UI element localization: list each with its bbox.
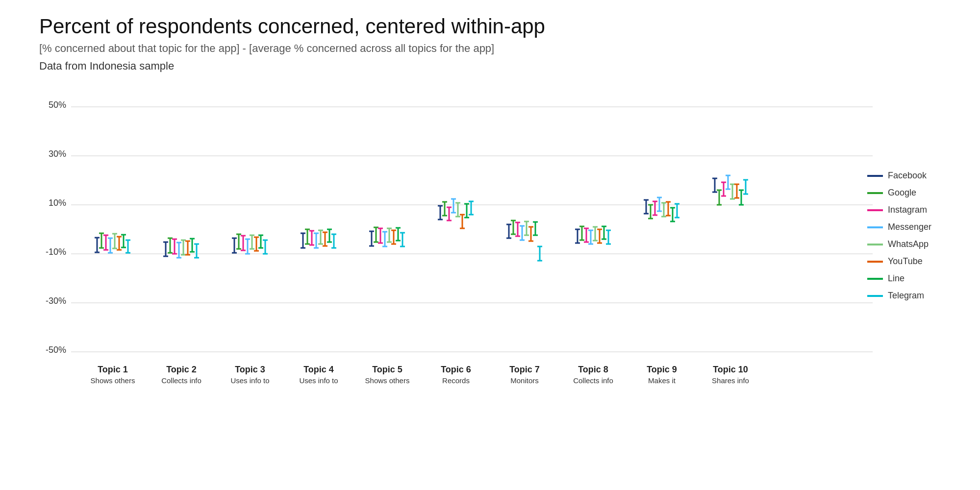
t7-instagram	[515, 222, 520, 236]
t2-instagram	[172, 239, 177, 254]
t8-desc1: Collects info	[573, 376, 613, 385]
t5-facebook	[369, 231, 374, 246]
legend-instagram-label: Instagram	[888, 205, 927, 215]
t10-line	[739, 190, 744, 205]
chart-container: Percent of respondents concerned, center…	[0, 0, 980, 490]
t8-youtube	[597, 229, 602, 243]
t6-youtube	[460, 215, 465, 228]
t2-telegram	[194, 244, 199, 258]
t5-desc1: Shows others	[365, 376, 410, 385]
t10-facebook	[712, 178, 717, 192]
t3-facebook	[232, 238, 237, 253]
t10-instagram	[721, 182, 726, 196]
t3-telegram	[263, 240, 268, 254]
t9-instagram	[653, 201, 657, 215]
t1-telegram	[126, 240, 130, 253]
t9-line	[670, 208, 675, 221]
x-topic7-label: Topic 7	[509, 365, 540, 374]
t8-messenger	[588, 230, 593, 244]
y-label-30: 30%	[49, 149, 66, 159]
t1-messenger	[108, 238, 113, 253]
y-label-neg50: -50%	[46, 345, 66, 355]
legend-whatsapp: WhatsApp	[867, 239, 955, 249]
t9-telegram	[675, 204, 679, 218]
t3-line	[258, 235, 263, 248]
legend-messenger-line	[867, 226, 883, 228]
legend-google: Google	[867, 188, 955, 198]
t1-youtube	[117, 237, 122, 250]
t4-desc1: Uses info to	[299, 376, 338, 385]
t10-messenger	[726, 175, 730, 189]
t1-desc2: if you're	[100, 385, 126, 386]
t8-desc2: about your	[576, 385, 611, 386]
t8-google	[579, 226, 584, 240]
t10-google	[717, 190, 722, 205]
y-label-50: 50%	[49, 100, 66, 110]
t3-google	[236, 234, 241, 249]
t2-facebook	[163, 242, 168, 256]
t2-google	[168, 238, 173, 253]
legend-instagram: Instagram	[867, 205, 955, 215]
t2-desc1: Collects info	[161, 376, 201, 385]
t10-youtube	[734, 184, 739, 198]
t7-youtube	[528, 227, 533, 241]
t7-desc1: Monitors	[510, 376, 539, 385]
legend-line-line	[867, 278, 883, 280]
t8-telegram	[606, 230, 611, 244]
legend-instagram-line	[867, 209, 883, 211]
legend-google-label: Google	[888, 188, 916, 198]
t4-telegram	[331, 234, 336, 248]
legend-line: Line	[867, 273, 955, 284]
y-label-neg30: -30%	[46, 296, 66, 306]
legend-telegram-label: Telegram	[888, 291, 924, 301]
x-topic10-label: Topic 10	[713, 365, 748, 374]
t10-telegram	[743, 180, 748, 194]
t6-desc2: your offline	[438, 385, 474, 386]
t8-line	[602, 226, 606, 239]
t6-desc1: Records	[442, 376, 470, 385]
t5-line	[396, 228, 401, 241]
t3-desc1: Uses info to	[230, 376, 269, 385]
t10-desc2: about	[721, 385, 740, 386]
t5-messenger	[382, 232, 387, 246]
t9-messenger	[657, 197, 662, 211]
chart-legend: Facebook Google Instagram Messenger What…	[867, 171, 955, 308]
t1-desc1: Shows others	[91, 376, 135, 385]
x-topic6-label: Topic 6	[441, 365, 471, 374]
t9-facebook	[644, 200, 649, 214]
t5-instagram	[378, 228, 383, 243]
legend-youtube: YouTube	[867, 256, 955, 267]
t3-youtube	[254, 237, 259, 251]
t4-youtube	[323, 232, 327, 246]
t3-messenger	[245, 239, 250, 254]
t2-messenger	[176, 243, 181, 258]
t1-facebook	[95, 238, 100, 252]
legend-facebook: Facebook	[867, 171, 955, 181]
t9-desc1: Makes it	[648, 376, 676, 385]
t5-google	[374, 227, 378, 242]
t9-desc2: difficult to	[646, 385, 677, 386]
t7-messenger	[520, 226, 525, 240]
chart-title: Percent of respondents concerned, center…	[39, 15, 960, 38]
t7-facebook	[506, 224, 511, 238]
t1-whatsapp	[112, 234, 117, 248]
t4-desc2: determine	[302, 385, 335, 386]
t5-telegram	[400, 233, 405, 246]
y-label-10: 10%	[49, 198, 66, 208]
legend-youtube-label: YouTube	[888, 256, 923, 267]
t3-whatsapp	[250, 235, 254, 249]
legend-line-label: Line	[888, 273, 905, 284]
t7-desc2: your location	[503, 385, 545, 386]
t5-desc2: info about	[371, 385, 404, 386]
legend-whatsapp-line	[867, 244, 883, 245]
t1-line	[121, 235, 126, 247]
x-topic5-label: Topic 5	[372, 365, 402, 374]
chart-svg: 50% 30% 10% -10% -30% -50%	[39, 82, 897, 386]
t2-desc2: about your	[164, 385, 199, 386]
t1-instagram	[103, 235, 108, 250]
t4-instagram	[309, 231, 314, 245]
t10-whatsapp	[730, 184, 735, 199]
t6-facebook	[438, 206, 443, 220]
t9-google	[648, 205, 653, 219]
t4-messenger	[314, 233, 319, 248]
